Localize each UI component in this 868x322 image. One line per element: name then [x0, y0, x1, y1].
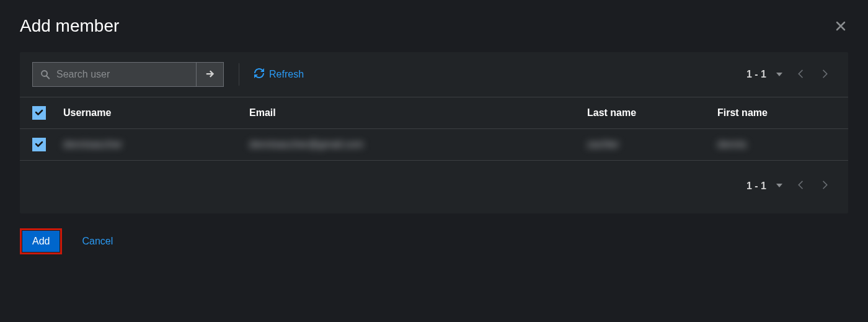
header-firstname: First name: [717, 107, 835, 119]
chevron-left-icon: [797, 181, 803, 191]
cell-lastname: zachler: [587, 139, 717, 150]
page-range-bottom: 1 - 1: [746, 181, 766, 192]
refresh-label: Refresh: [269, 69, 304, 80]
header-lastname: Last name: [587, 107, 717, 119]
header-username: Username: [63, 107, 249, 119]
chevron-right-icon: [823, 69, 828, 80]
modal-footer: Add Cancel: [20, 228, 848, 254]
arrow-right-icon: [205, 68, 216, 81]
refresh-button[interactable]: Refresh: [254, 68, 304, 81]
refresh-icon: [254, 68, 264, 81]
lastname-value: zachler: [587, 139, 619, 150]
caret-down-icon: [776, 70, 782, 79]
add-button[interactable]: Add: [22, 231, 60, 252]
row-checkbox[interactable]: [32, 138, 46, 151]
content-panel: Refresh 1 - 1: [20, 52, 848, 213]
search-group: [32, 62, 224, 87]
page-next-button[interactable]: [815, 65, 836, 85]
toolbar-divider: [239, 63, 239, 86]
table-header-row: Username Email Last name First name: [20, 97, 848, 129]
page-next-button-bottom[interactable]: [815, 176, 836, 196]
firstname-value: dennis: [717, 139, 746, 150]
row-check-cell: [32, 138, 63, 151]
table-row[interactable]: dennisaccher dennisaccher@gmail.com zach…: [20, 129, 848, 161]
page-prev-button[interactable]: [790, 65, 810, 85]
search-input[interactable]: [33, 64, 196, 85]
username-value: dennisaccher: [63, 139, 122, 150]
users-table: Username Email Last name First name denn…: [20, 97, 848, 161]
check-icon: [34, 107, 44, 119]
page-dropdown[interactable]: [774, 68, 785, 82]
select-all-checkbox[interactable]: [32, 106, 46, 120]
check-icon: [34, 139, 44, 151]
search-icon: [40, 69, 50, 79]
modal-title: Add member: [20, 16, 119, 36]
email-value: dennisaccher@gmail.com: [249, 139, 363, 150]
header-email: Email: [249, 107, 587, 119]
toolbar: Refresh 1 - 1: [20, 52, 848, 97]
page-dropdown-bottom[interactable]: [774, 179, 785, 193]
chevron-right-icon: [823, 181, 828, 191]
search-wrapper: [32, 62, 197, 87]
chevron-left-icon: [797, 69, 803, 80]
close-icon: [836, 17, 846, 34]
close-button[interactable]: [833, 15, 848, 37]
pagination-top: 1 - 1: [746, 65, 836, 85]
header-check-cell: [32, 106, 63, 120]
page-prev-button-bottom[interactable]: [790, 176, 810, 196]
add-member-modal: Add member: [0, 0, 868, 322]
caret-down-icon: [776, 181, 782, 190]
search-submit-button[interactable]: [197, 62, 224, 87]
cell-email: dennisaccher@gmail.com: [249, 139, 587, 150]
add-button-highlight: Add: [20, 228, 62, 254]
cell-username: dennisaccher: [63, 139, 249, 150]
cancel-button[interactable]: Cancel: [72, 231, 123, 252]
pagination-bottom: 1 - 1: [20, 161, 848, 213]
pagination-bottom-controls: 1 - 1: [746, 176, 836, 196]
cell-firstname: dennis: [717, 139, 835, 150]
page-range: 1 - 1: [746, 69, 766, 80]
modal-header: Add member: [20, 15, 848, 37]
